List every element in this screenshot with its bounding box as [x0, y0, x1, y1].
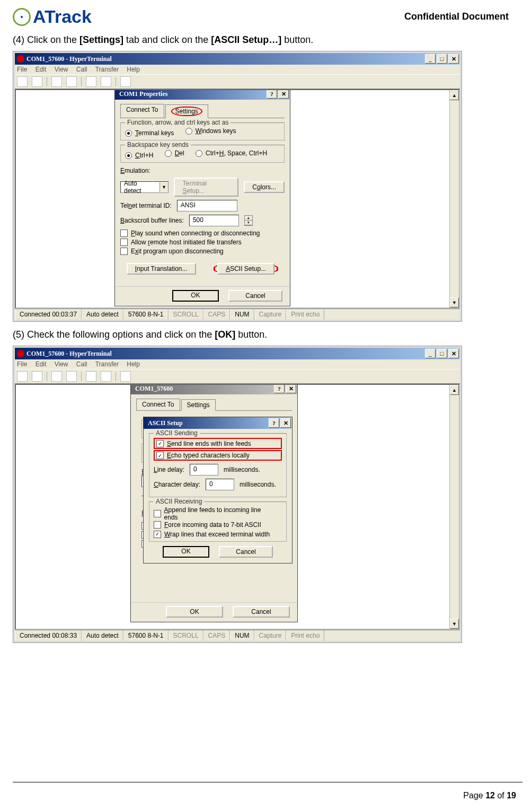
dialog2-titlebar[interactable]: COM1_57600 ? ✕	[131, 384, 297, 394]
radio-ctrlh[interactable]: Ctrl+H	[125, 152, 153, 159]
tab-settings[interactable]: Settings	[181, 399, 216, 411]
group-function-keys: Function, arrow, and ctrl keys act as TT…	[120, 122, 285, 140]
help-button[interactable]: ?	[269, 418, 279, 428]
target-icon	[13, 8, 31, 26]
statusbar-2: Connected 00:08:33 Auto detect 57600 8-N…	[15, 630, 460, 641]
close-button[interactable]: ✕	[448, 349, 459, 358]
radio-del[interactable]: Del	[165, 149, 184, 157]
scroll-down-icon[interactable]: ▼	[450, 619, 459, 629]
radio-windows-keys[interactable]: Windows keys	[185, 127, 236, 135]
disconnect-icon[interactable]	[66, 76, 77, 87]
emulation-select[interactable]: Auto detect ▼	[120, 181, 169, 193]
maximize-button[interactable]: □	[437, 54, 447, 64]
step4-mid: tab and click on the	[126, 34, 211, 45]
menu-view[interactable]: View	[55, 360, 68, 368]
menu-call[interactable]: Call	[76, 66, 87, 73]
new-icon[interactable]	[17, 371, 28, 382]
menu-help[interactable]: Help	[127, 66, 140, 73]
ascii-close-button[interactable]: ✕	[280, 418, 291, 428]
menu-file[interactable]: File	[17, 360, 27, 368]
vscrollbar[interactable]: ▲ ▼	[449, 90, 459, 307]
com1-properties-dialog: COM1 Properties ? ✕ Connect To Settings …	[114, 89, 290, 306]
scroll-up-icon[interactable]: ▲	[450, 90, 459, 100]
ok-button[interactable]: OK	[172, 290, 219, 302]
connect-icon[interactable]	[51, 76, 62, 87]
minimize-button[interactable]: _	[425, 54, 436, 64]
window-titlebar[interactable]: COM1_57600 - HyperTerminal _ □ ✕	[15, 53, 460, 65]
ok-button-2[interactable]: OK	[166, 606, 223, 618]
new-icon[interactable]	[17, 76, 28, 87]
tab-connect-to[interactable]: Connect To	[136, 399, 180, 410]
help-button[interactable]: ?	[267, 89, 277, 99]
line-delay-input[interactable]: 0	[190, 464, 218, 476]
hyperterminal-window-2: COM1_57600 - HyperTerminal _ □ ✕ File Ed…	[15, 348, 460, 641]
properties-icon[interactable]	[120, 76, 131, 87]
menu-view[interactable]: View	[55, 66, 68, 73]
window-title: COM1_57600 - HyperTerminal	[26, 55, 112, 63]
menu-help[interactable]: Help	[127, 360, 140, 368]
open-icon[interactable]	[32, 371, 42, 382]
check-play-sound[interactable]: Play sound when connecting or disconnect…	[120, 230, 260, 237]
dialog-close-button[interactable]: ✕	[278, 89, 289, 99]
menu-call[interactable]: Call	[76, 360, 87, 368]
vscrollbar-2[interactable]: ▲ ▼	[449, 385, 459, 629]
send-icon[interactable]	[86, 371, 96, 382]
logo: ATrack	[13, 6, 92, 27]
ascii-ok-button[interactable]: OK	[163, 546, 209, 558]
help-button[interactable]: ?	[274, 384, 285, 393]
line-delay-label: Line delay:	[154, 466, 184, 473]
check-force-7bit[interactable]: Force incoming data to 7-bit ASCII	[154, 521, 261, 529]
radio-chs[interactable]: Ctrl+H, Space, Ctrl+H	[196, 149, 267, 157]
dialog-titlebar[interactable]: COM1 Properties ? ✕	[115, 89, 290, 100]
properties-icon[interactable]	[120, 371, 131, 382]
backscroll-input[interactable]: 500	[189, 215, 239, 226]
check-exit[interactable]: Exit program upon disconnecting	[120, 248, 224, 255]
receive-icon[interactable]	[101, 371, 111, 382]
scroll-down-icon[interactable]: ▼	[450, 297, 459, 307]
tab-connect-to[interactable]: Connect To	[120, 104, 164, 118]
radio-terminal-keys[interactable]: TTerminal keyserminal keys	[125, 129, 174, 137]
ascii-setup-dialog: ASCII Setup ? ✕ ASCII Sending ✓Send line…	[143, 417, 292, 564]
check-allow-remote[interactable]: Allow remote host initiated file transfe…	[120, 239, 242, 246]
connect-icon[interactable]	[51, 371, 62, 382]
ascii-cancel-button[interactable]: Cancel	[219, 546, 273, 558]
char-delay-input[interactable]: 0	[206, 479, 234, 490]
maximize-button[interactable]: □	[437, 349, 447, 358]
disconnect-icon[interactable]	[66, 371, 77, 382]
window-titlebar-2[interactable]: COM1_57600 - HyperTerminal _ □ ✕	[15, 348, 460, 359]
chevron-down-icon[interactable]: ▼	[159, 182, 169, 192]
send-icon[interactable]	[86, 76, 96, 87]
doc-header: ATrack Confidential Document	[13, 6, 519, 27]
spin-buttons[interactable]: ▴▾	[244, 215, 253, 226]
check-append-lf[interactable]: Append line feeds to incoming line ends	[154, 506, 272, 521]
check-send-line-ends[interactable]: ✓Send line ends with line feeds	[156, 440, 251, 447]
receive-icon[interactable]	[101, 76, 111, 87]
check-wrap-lines[interactable]: ✓Wrap lines that exceed terminal width	[154, 531, 270, 538]
scroll-up-icon[interactable]: ▲	[450, 385, 459, 395]
statusbar: Connected 00:03:37 Auto detect 57600 8-N…	[15, 309, 460, 320]
tab-settings[interactable]: Settings	[165, 104, 208, 118]
status-num: NUM	[230, 309, 254, 320]
telnet-id-input[interactable]: ANSI	[177, 200, 237, 212]
menu-transfer[interactable]: Transfer	[95, 360, 119, 368]
open-icon[interactable]	[32, 76, 42, 87]
ascii-titlebar[interactable]: ASCII Setup ? ✕	[144, 417, 292, 429]
menu-edit[interactable]: Edit	[36, 66, 47, 73]
menu-transfer[interactable]: Transfer	[95, 66, 119, 73]
cancel-button-2[interactable]: Cancel	[233, 606, 290, 618]
brand-text: ATrack	[33, 6, 92, 27]
minimize-button[interactable]: _	[425, 349, 436, 358]
ascii-setup-button[interactable]: ASCII Setup...	[217, 263, 274, 275]
footer-pre: Page	[463, 791, 485, 800]
menu-edit[interactable]: Edit	[36, 360, 47, 368]
colors-button[interactable]: Colors...	[244, 181, 285, 193]
input-translation-button[interactable]: Input Translation...	[127, 263, 196, 275]
dialog2-close-button[interactable]: ✕	[286, 384, 296, 393]
check-echo-typed[interactable]: ✓Echo typed characters locally	[156, 452, 250, 459]
telnet-id-label: Telnet terminal ID:	[120, 202, 172, 209]
cancel-button[interactable]: Cancel	[228, 290, 282, 302]
close-button[interactable]: ✕	[448, 54, 459, 64]
step4-settings: [Settings]	[79, 34, 123, 45]
status-proto: 57600 8-N-1	[123, 309, 169, 320]
menu-file[interactable]: File	[17, 66, 27, 73]
